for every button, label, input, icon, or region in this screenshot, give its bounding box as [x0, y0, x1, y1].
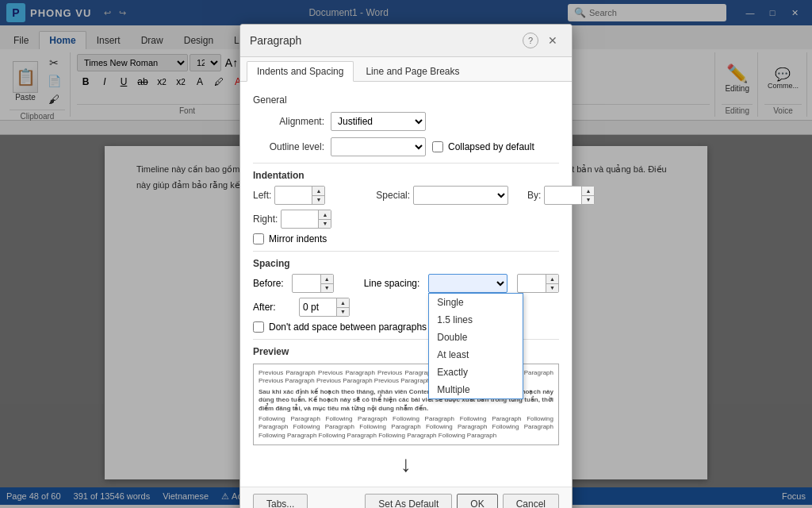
collapsed-checkbox[interactable]: [432, 141, 443, 152]
before-spin: ▲ ▼: [292, 274, 334, 293]
by-field: By: ▲ ▼: [527, 186, 595, 205]
option-multiple[interactable]: Multiple: [429, 381, 523, 398]
dialog-close-button[interactable]: ✕: [543, 31, 562, 50]
dialog-tabs: Indents and Spacing Line and Page Breaks: [240, 57, 572, 82]
by-up-arrow[interactable]: ▲: [581, 187, 594, 196]
dont-add-space-checkbox[interactable]: [253, 321, 264, 333]
right-up-arrow[interactable]: ▲: [318, 210, 331, 220]
special-label: Special:: [376, 190, 410, 201]
after-label: After:: [253, 302, 293, 313]
indent-row: Left: ▲ ▼ Special: First line Hangi: [253, 186, 559, 205]
dialog-header: Paragraph ? ✕: [240, 25, 572, 57]
left-spin: ▲ ▼: [274, 186, 325, 205]
outline-label: Outline level:: [253, 141, 324, 152]
at-spin-arrows: ▲ ▼: [546, 275, 558, 292]
by-spin-arrows: ▲ ▼: [581, 187, 594, 204]
modal-overlay: Paragraph ? ✕ Indents and Spacing Line a…: [0, 0, 812, 508]
mirror-checkbox[interactable]: [253, 233, 264, 244]
right-spin-arrows: ▲ ▼: [318, 210, 331, 228]
right-indent-row: Right: ▲ ▼: [253, 210, 559, 229]
at-down-arrow[interactable]: ▼: [546, 284, 558, 293]
option-single[interactable]: Single: [429, 294, 523, 311]
special-field: Special: First line Hanging: [376, 186, 508, 205]
left-spin-arrows: ▲ ▼: [312, 187, 324, 204]
before-label: Before:: [253, 278, 285, 289]
alignment-label: Alignment:: [253, 116, 324, 127]
cancel-button[interactable]: Cancel: [503, 494, 559, 508]
alignment-select[interactable]: Justified Left Center Right: [331, 112, 426, 131]
tabs-button[interactable]: Tabs...: [253, 494, 308, 508]
dont-add-space-label: Don't add space between paragraphs of: [269, 321, 437, 333]
ok-button[interactable]: OK: [457, 494, 497, 508]
before-spin-arrows: ▲ ▼: [320, 275, 333, 292]
dialog-body: General Alignment: Justified Left Center…: [240, 82, 572, 487]
left-down-arrow[interactable]: ▼: [312, 196, 324, 205]
by-spin: ▲ ▼: [544, 186, 595, 205]
right-label: Right:: [253, 214, 278, 225]
outline-select[interactable]: [331, 137, 426, 156]
footer-left-buttons: Tabs...: [253, 494, 308, 508]
after-spin-arrows: ▲ ▼: [336, 298, 349, 316]
by-down-arrow[interactable]: ▼: [581, 196, 594, 205]
mirror-label: Mirror indents: [269, 233, 327, 244]
left-label: Left:: [253, 190, 271, 201]
line-spacing-dropdown[interactable]: Single 1.5 lines Double At least Exactly…: [428, 274, 508, 293]
right-input[interactable]: [282, 210, 318, 228]
by-label: By:: [527, 190, 541, 201]
before-down-arrow[interactable]: ▼: [320, 284, 333, 293]
footer-right-buttons: Set As Default OK Cancel: [365, 494, 559, 508]
option-at-least[interactable]: At least: [429, 346, 523, 364]
line-spacing-select[interactable]: Single 1.5 lines Double At least Exactly…: [428, 274, 508, 293]
collapsed-check: Collapsed by default: [432, 141, 534, 152]
dialog-help-button[interactable]: ?: [523, 33, 538, 48]
set-default-button[interactable]: Set As Default: [365, 494, 452, 508]
after-input[interactable]: [300, 298, 336, 316]
paragraph-dialog: Paragraph ? ✕ Indents and Spacing Line a…: [239, 24, 573, 508]
tab-line-page-breaks[interactable]: Line and Page Breaks: [355, 61, 469, 82]
option-double[interactable]: Double: [429, 329, 523, 346]
right-spin: ▲ ▼: [281, 210, 331, 229]
option-1-5-lines[interactable]: 1.5 lines: [429, 311, 523, 329]
left-indent-field: Left: ▲ ▼: [253, 186, 325, 205]
collapsed-label: Collapsed by default: [448, 141, 534, 152]
dialog-footer: Tabs... Set As Default OK Cancel: [240, 487, 572, 508]
mirror-indents-row: Mirror indents: [253, 233, 559, 244]
down-arrow-icon: ↓: [400, 452, 412, 477]
outline-row: Outline level: Collapsed by default: [253, 137, 559, 156]
arrow-indicator: ↓: [253, 452, 559, 477]
spacing-before-row: Before: ▲ ▼ Line spacing: Single 1.5 lin…: [253, 274, 559, 293]
before-up-arrow[interactable]: ▲: [320, 275, 333, 284]
dialog-controls: ? ✕: [523, 31, 562, 50]
left-up-arrow[interactable]: ▲: [312, 187, 324, 196]
preview-text-3: Following Paragraph Following Paragraph …: [259, 415, 553, 440]
by-input[interactable]: [545, 187, 581, 204]
at-up-arrow[interactable]: ▲: [546, 275, 558, 284]
at-spin: ▲ ▼: [517, 274, 559, 293]
option-exactly[interactable]: Exactly: [429, 364, 523, 381]
special-select[interactable]: First line Hanging: [413, 186, 508, 205]
left-input[interactable]: [275, 187, 312, 204]
line-spacing-list: Single 1.5 lines Double At least Exactly…: [428, 293, 523, 399]
dialog-title: Paragraph: [250, 34, 301, 47]
line-spacing-label: Line spacing:: [364, 278, 423, 289]
right-indent-field: Right: ▲ ▼: [253, 210, 331, 229]
alignment-row: Alignment: Justified Left Center Right: [253, 112, 559, 131]
after-down-arrow[interactable]: ▼: [336, 308, 349, 317]
general-section-label: General: [253, 94, 559, 106]
right-down-arrow[interactable]: ▼: [318, 220, 331, 229]
indentation-section-label: Indentation: [253, 163, 559, 181]
spacing-section-label: Spacing: [253, 251, 559, 269]
after-spin: ▲ ▼: [299, 298, 350, 317]
after-up-arrow[interactable]: ▲: [336, 298, 349, 308]
tab-indents-spacing[interactable]: Indents and Spacing: [247, 61, 354, 82]
